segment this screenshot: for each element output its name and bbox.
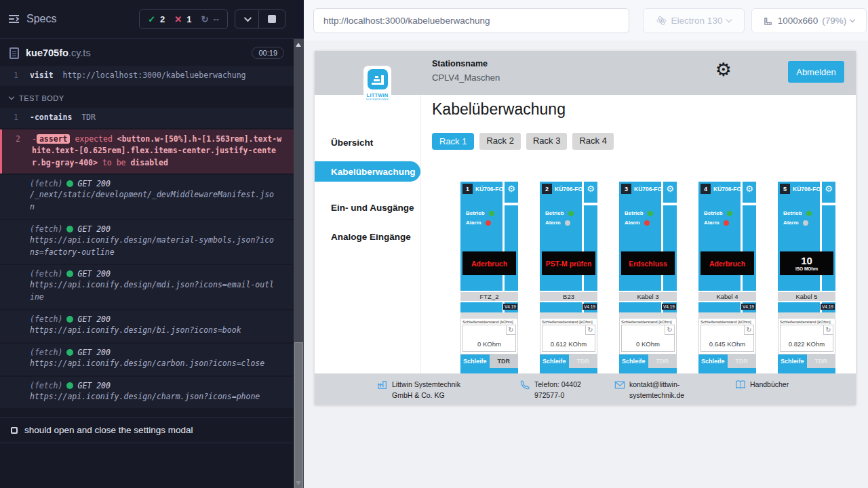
fetch-log-row[interactable]: (fetch) GET 200 https://api.iconify.desi… [0,310,294,342]
schleife-button[interactable]: Schleife [540,354,569,368]
device-card: 2 KÜ706-FO ⚙ Betrieb Alarm PST-M prüfen … [540,182,597,385]
test-body-section[interactable]: TEST BODY [0,87,294,108]
alarm-label: Alarm [545,220,561,226]
measurement-box: ↻ 0.822 KOhm [780,325,833,352]
scroll-down-arrow[interactable] [296,481,301,485]
refresh-icon[interactable]: ↻ [665,325,674,335]
betrieb-status: Betrieb [545,210,574,216]
stop-button[interactable] [258,10,285,28]
sidebar-item-0[interactable]: Übersicht [315,132,420,152]
rack-tab[interactable]: Rack 4 [572,133,613,150]
betrieb-label: Betrieb [466,210,485,216]
page-title: Kabelüberwachung [432,100,856,119]
restart-icon: ↻ [201,14,208,24]
schleife-button[interactable]: Schleife [619,354,648,368]
display-value: 10 [801,256,812,267]
electron-icon [656,16,667,26]
pending-test-icon [11,427,18,434]
refresh-icon[interactable]: ↻ [506,325,515,335]
refresh-icon[interactable]: ↻ [585,325,595,335]
fetch-log-row[interactable]: (fetch) GET 200 https://api.iconify.desi… [0,220,294,264]
card-number-badge: 1 [462,184,473,194]
card-model-label: KÜ706-FO [713,186,741,192]
book-icon [735,380,746,390]
schleife-button[interactable]: Schleife [460,354,490,368]
fetch-method: GET 200 [77,269,110,279]
logout-button[interactable]: Abmelden [788,61,844,83]
firmware-version: V4.19 [583,304,597,310]
scrollbar-track[interactable] [294,39,304,488]
visit-command-row[interactable]: 1 visit http://localhost:3000/kabelueber… [0,66,294,86]
fetch-log-row[interactable]: (fetch) GET 200 https://api.iconify.desi… [0,265,294,309]
schleife-button[interactable]: Schleife [778,354,807,368]
footer-item[interactable]: Littwin Systemtechnik GmbH & Co. KG [377,379,480,401]
card-gear-icon[interactable]: ⚙ [825,184,833,194]
rack-tab[interactable]: Rack 1 [432,133,474,150]
refresh-icon[interactable]: ↻ [823,325,833,335]
fetch-tag: (fetch) [30,269,62,279]
card-gear-icon[interactable]: ⚙ [507,184,515,194]
footer-item[interactable]: Telefon: 04402 972577-0 [519,379,602,401]
measurement-value: 0 KOhm [463,340,515,348]
command-log[interactable]: kue705fo.cy.ts 00:19 1 visit http://loca… [0,39,294,488]
fetch-method: GET 200 [77,348,110,357]
schleife-button[interactable]: Schleife [698,354,728,368]
rack-tab[interactable]: Rack 3 [526,133,567,150]
app-sidebar: Übersicht Kabelüberwachung Ein- und Ausg… [315,95,421,373]
settings-gear-icon[interactable]: ⚙ [715,61,732,79]
fetch-log-row[interactable]: (fetch) GET 200 https://api.iconify.desi… [0,344,294,375]
scroll-up-arrow[interactable] [296,43,301,47]
sidebar-item-3[interactable]: Analoge Eingänge [315,226,420,247]
failed-assert-row[interactable]: 2 -assert expected <button.w-[50%].h-[1.… [0,129,294,174]
measurement-box: ↻ 0 KOhm [621,325,675,352]
sidebar-item-1[interactable]: Kabelüberwachung [315,161,420,182]
alarm-status: Alarm [783,220,808,226]
refresh-icon[interactable]: ↻ [744,325,753,335]
tdr-button[interactable]: TDR [569,354,598,368]
footer-item[interactable]: kontakt@littwin-systemtechnik.de [614,379,694,401]
footer-item-text: Telefon: 04402 972577-0 [534,379,602,401]
sidebar-item-label: Kabelüberwachung [331,167,416,177]
card-gear-icon[interactable]: ⚙ [666,184,674,194]
command-number: 1 [0,112,30,124]
run-controls [235,9,285,28]
fetch-log-row[interactable]: (fetch) GET 200 /_next/static/developmen… [0,175,294,219]
command-text: -contains TDR [30,112,284,124]
measurement-panel: Schleifenwiderstand [kOhm] ↻ 0.612 KOhm [540,318,597,354]
collapse-button[interactable] [235,10,258,28]
measurement-label: Schleifenwiderstand [kOhm] [621,320,675,324]
reporter-scrollbar[interactable] [294,0,304,488]
sidebar-item-2[interactable]: Ein- und Ausgänge [315,197,420,218]
fetch-tag: (fetch) [30,348,62,357]
card-gear-icon[interactable]: ⚙ [587,184,595,194]
tdr-button[interactable]: TDR [728,354,757,368]
rack-tab[interactable]: Rack 2 [479,133,520,150]
tdr-button[interactable]: TDR [490,354,519,368]
cable-name-label: Kabel 5 [778,291,835,302]
pending-test-row[interactable]: should open and close the settings modal [0,417,294,443]
card-gear-icon[interactable]: ⚙ [745,184,753,194]
footer-item-text: kontakt@littwin-systemtechnik.de [629,379,694,401]
betrieb-status: Betrieb [783,210,812,216]
tdr-button[interactable]: TDR [807,354,836,368]
measurement-label: Schleifenwiderstand [kOhm] [701,320,754,324]
contains-command-row[interactable]: 1 -contains TDR [0,108,294,128]
app-header: LITTWIN SYSTEMTECHNIK Stationsname CPLV4… [315,51,856,95]
fetch-tag: (fetch) [30,381,62,390]
url-input[interactable] [313,8,629,33]
spec-file-row[interactable]: kue705fo.cy.ts 00:19 [0,39,294,66]
app-footer: Littwin Systemtechnik GmbH & Co. KG Tele… [315,373,856,405]
scrollbar-thumb[interactable] [294,342,303,488]
status-ok-dot [66,180,73,187]
chevron-down-icon [850,16,855,22]
command-number: 2 [2,134,32,169]
specs-menu[interactable]: Specs [8,13,56,25]
tdr-button[interactable]: TDR [648,354,677,368]
viewport-select[interactable]: 1000x660 (79%) [751,8,867,33]
card-display: 10 ISO MOhm [780,251,833,275]
cable-name-label: B23 [540,291,597,302]
betrieb-status: Betrieb [625,210,653,216]
footer-item[interactable]: Handbücher [735,379,789,393]
fetch-log-row[interactable]: (fetch) GET 200 https://api.iconify.desi… [0,377,294,409]
browser-select[interactable]: Electron 130 [643,8,745,33]
